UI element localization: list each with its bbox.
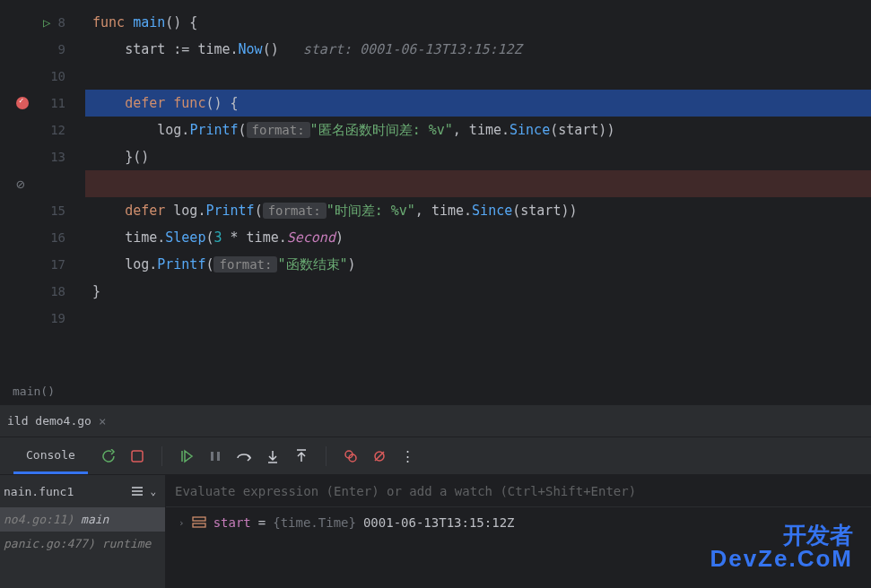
svg-rect-0	[132, 451, 143, 462]
line-number: 16	[50, 230, 65, 245]
code-line-15[interactable]: defer log.Printf( format: "时间差: %v", tim…	[85, 197, 871, 224]
variables-pane: Evaluate expression (Enter) or add a wat…	[166, 475, 871, 588]
line-number: 15	[50, 203, 65, 218]
code-line-8[interactable]: func main() {	[85, 9, 871, 36]
console-tab[interactable]: Console	[13, 437, 88, 474]
step-into-icon[interactable]	[265, 448, 281, 464]
gutter-line[interactable]: 13	[0, 143, 85, 170]
debug-tab-bar: ild demo4.go ×	[0, 405, 871, 437]
line-number: 13	[50, 150, 65, 164]
gutter-line[interactable]: 9	[0, 36, 85, 63]
step-out-icon[interactable]	[293, 448, 309, 464]
gutter-line[interactable]: 11	[0, 90, 85, 117]
param-hint: format:	[247, 122, 310, 138]
svg-rect-10	[193, 517, 205, 521]
run-icon[interactable]: ▷	[43, 15, 50, 30]
debug-toolbar: Console ⋮	[0, 437, 871, 475]
resume-icon[interactable]	[179, 448, 195, 464]
breakpoint-icon[interactable]	[16, 97, 29, 109]
gutter-line[interactable]: 17	[0, 251, 85, 278]
frame-item[interactable]: no4.go:11) main	[0, 507, 165, 532]
line-number: 19	[50, 311, 65, 325]
breadcrumb[interactable]: main()	[0, 376, 871, 405]
code-line-18[interactable]: }	[85, 278, 871, 305]
gutter-line[interactable]: 18	[0, 278, 85, 305]
svg-rect-11	[193, 523, 205, 527]
code-line-12[interactable]: log.Printf( format: "匿名函数时间差: %v", time.…	[85, 117, 871, 143]
code-area[interactable]: func main() { start := time.Now() start:…	[85, 0, 871, 376]
chevron-down-icon[interactable]: ⌄	[150, 486, 156, 497]
variable-type: {time.Time}	[273, 515, 356, 530]
code-line-16[interactable]: time.Sleep(3 * time.Second)	[85, 224, 871, 251]
gutter-line[interactable]: 15	[0, 197, 85, 224]
code-line-19[interactable]	[85, 305, 871, 332]
gutter-line[interactable]: 16	[0, 224, 85, 251]
gutter-line[interactable]: 19	[0, 305, 85, 332]
gutter: ▷ 8 9 10 11 12 13 ⊘ 15 16 17 18 19	[0, 0, 85, 376]
close-icon[interactable]: ×	[99, 414, 106, 428]
line-number: 10	[50, 69, 65, 83]
frames-pane: nain.func1 ⌄ no4.go:11) main panic.go:47…	[0, 475, 166, 588]
frame-item[interactable]: panic.go:477) runtime	[0, 532, 165, 556]
code-line-13[interactable]: }()	[85, 143, 871, 170]
tab-demo4[interactable]: ild demo4.go ×	[0, 405, 113, 437]
code-line-14[interactable]	[85, 170, 871, 197]
gutter-line[interactable]: 12	[0, 117, 85, 143]
variable-row[interactable]: › start = {time.Time} 0001-06-13T13:15:1…	[166, 507, 871, 538]
more-icon[interactable]: ⋮	[400, 448, 416, 464]
debug-panes: nain.func1 ⌄ no4.go:11) main panic.go:47…	[0, 475, 871, 588]
line-number: 9	[58, 42, 65, 56]
editor-area: ▷ 8 9 10 11 12 13 ⊘ 15 16 17 18 19 func …	[0, 0, 871, 376]
param-hint: format:	[213, 256, 277, 272]
breadcrumb-item[interactable]: main()	[13, 385, 55, 398]
line-number: 18	[50, 284, 65, 298]
stop-icon[interactable]	[129, 448, 145, 464]
code-line-11[interactable]: defer func() {	[85, 90, 871, 117]
separator	[161, 446, 162, 466]
line-number: 17	[50, 257, 65, 272]
frames-header[interactable]: nain.func1 ⌄	[0, 475, 165, 507]
line-number: 11	[50, 96, 65, 110]
separator	[326, 446, 327, 466]
code-line-10[interactable]	[85, 63, 871, 90]
variable-value: 0001-06-13T13:15:12Z	[363, 515, 515, 530]
gutter-line[interactable]: ▷ 8	[0, 9, 85, 36]
rerun-icon[interactable]	[100, 448, 117, 464]
debug-sidebar-handle[interactable]	[0, 437, 13, 474]
struct-icon	[192, 515, 206, 530]
threads-icon[interactable]	[130, 485, 144, 497]
gutter-line[interactable]: 10	[0, 63, 85, 90]
mute-breakpoints-icon[interactable]	[371, 448, 388, 464]
svg-rect-2	[217, 452, 220, 461]
code-line-9[interactable]: start := time.Now() start: 0001-06-13T13…	[85, 36, 871, 63]
gutter-line[interactable]: ⊘	[0, 170, 85, 197]
view-breakpoints-icon[interactable]	[343, 448, 359, 464]
step-over-icon[interactable]	[236, 448, 252, 464]
line-number: 12	[50, 123, 65, 137]
code-line-17[interactable]: log.Printf( format: "函数结束")	[85, 251, 871, 278]
current-frame: nain.func1	[4, 485, 125, 498]
param-hint: format:	[263, 203, 327, 219]
pause-icon[interactable]	[207, 448, 223, 464]
variable-name: start	[213, 515, 251, 530]
svg-rect-1	[211, 452, 213, 461]
no-entry-icon[interactable]: ⊘	[16, 176, 25, 193]
tab-label: ild demo4.go	[7, 414, 91, 428]
chevron-right-icon[interactable]: ›	[179, 517, 185, 529]
evaluate-input[interactable]: Evaluate expression (Enter) or add a wat…	[166, 475, 871, 507]
line-number: 8	[58, 15, 65, 30]
